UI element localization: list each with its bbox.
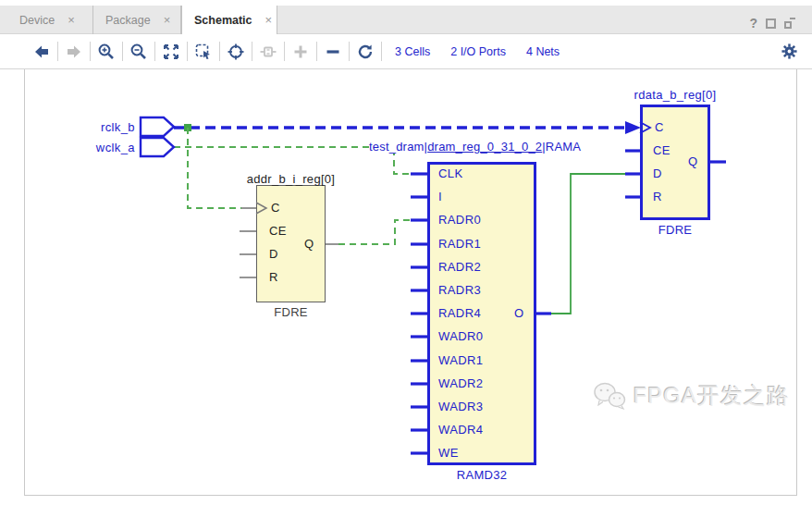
plus-icon — [291, 43, 310, 61]
pin-label[interactable]: CLK — [438, 165, 463, 183]
forward-button[interactable] — [58, 39, 90, 65]
pin-label[interactable]: WE — [438, 444, 459, 462]
maximize-icon[interactable] — [766, 18, 776, 29]
tab-schematic-close-icon[interactable]: × — [265, 14, 282, 26]
pin-label[interactable]: C — [271, 199, 280, 217]
addr-reg-instance-label[interactable]: addr_b_i_reg[0] — [228, 172, 353, 186]
settings-button[interactable] — [781, 43, 798, 64]
ram-type-label: RAMD32 — [427, 468, 536, 482]
pin-label[interactable]: WADR2 — [438, 375, 483, 393]
pin-label[interactable]: RADR2 — [438, 258, 481, 277]
zoom-in-button[interactable] — [91, 39, 122, 65]
pin-label[interactable]: Q — [688, 153, 698, 171]
zoom-selection-button[interactable] — [188, 39, 219, 65]
tab-package-close-icon[interactable]: × — [164, 14, 180, 26]
pin-label[interactable]: Q — [304, 235, 314, 253]
io-ports-link[interactable]: 2 I/O Ports — [450, 45, 506, 58]
cells-link[interactable]: 3 Cells — [395, 45, 430, 58]
zoom-selection-icon — [194, 43, 213, 61]
pin-label[interactable]: R — [269, 268, 278, 287]
watermark-text: FPGA开发之路 — [634, 381, 790, 411]
zoom-fit-button[interactable] — [155, 39, 187, 65]
pin-label[interactable]: R — [653, 188, 662, 206]
help-icon[interactable]: ? — [749, 16, 757, 31]
tab-device-label: Device — [7, 14, 68, 27]
float-window-icon[interactable] — [784, 18, 795, 29]
zoom-out-button[interactable] — [123, 39, 154, 65]
cell-addr-b-i-reg[interactable] — [256, 185, 326, 302]
zoom-out-icon — [129, 43, 148, 61]
zoom-in-icon — [97, 43, 116, 61]
cell-rdata-b-reg[interactable] — [640, 105, 710, 220]
pin-label[interactable]: D — [269, 245, 278, 264]
pin-label[interactable]: WADR0 — [438, 327, 483, 346]
watermark: FPGA开发之路 — [593, 381, 790, 411]
tab-schematic-label: Schematic — [182, 14, 265, 27]
pin-label[interactable]: RADR0 — [438, 211, 481, 229]
schematic-window: Device × Package × Schematic × ? — [0, 0, 812, 505]
schematic-stats: 3 Cells 2 I/O Ports 4 Nets — [395, 45, 560, 58]
schematic-toolbar: 3 Cells 2 I/O Ports 4 Nets — [0, 34, 812, 69]
add-cell-button[interactable] — [252, 39, 284, 65]
pin-label[interactable]: CE — [653, 142, 671, 160]
pin-label[interactable]: C — [655, 118, 664, 137]
pin-label[interactable]: WADR1 — [438, 351, 483, 370]
pin-label[interactable]: RADR4 — [438, 304, 481, 323]
addr-reg-type-label: FDRE — [256, 305, 326, 319]
wechat-logo-icon — [593, 381, 626, 411]
tab-device[interactable]: Device × — [7, 6, 93, 34]
pin-label[interactable]: WADR4 — [438, 421, 483, 439]
add-cell-icon — [259, 43, 277, 61]
refresh-icon — [356, 43, 375, 61]
pin-label[interactable]: RADR1 — [438, 235, 481, 253]
regenerate-button[interactable] — [350, 39, 381, 65]
autofit-selection-icon — [227, 43, 245, 61]
rdata-reg-instance-label[interactable]: rdata_b_reg[0] — [629, 88, 721, 102]
window-controls: ? — [749, 16, 795, 31]
pin-label[interactable]: RADR3 — [438, 281, 481, 300]
minus-icon — [324, 43, 342, 61]
tab-device-close-icon[interactable]: × — [68, 14, 84, 26]
expand-button[interactable] — [285, 39, 316, 65]
port-label-wclk-a[interactable]: wclk_a — [55, 139, 135, 157]
pin-label[interactable]: D — [653, 165, 662, 183]
pin-label[interactable]: WADR3 — [438, 398, 483, 416]
tab-package[interactable]: Package × — [93, 6, 181, 34]
ram-instance-label[interactable]: test_dram|dram_reg_0_31_0_2|RAMA — [369, 140, 581, 154]
port-label-rclk-b[interactable]: rclk_b — [55, 118, 135, 137]
gear-icon — [781, 43, 798, 60]
tab-schematic[interactable]: Schematic × — [181, 6, 277, 34]
tab-bar: Device × Package × Schematic × ? — [0, 6, 812, 34]
tab-package-label: Package — [93, 14, 164, 27]
back-arrow-icon — [35, 45, 48, 57]
pin-label[interactable]: I — [438, 188, 442, 206]
nets-link[interactable]: 4 Nets — [526, 45, 560, 58]
pin-label[interactable]: O — [514, 304, 524, 323]
forward-arrow-icon — [68, 45, 80, 57]
autofit-selection-button[interactable] — [220, 39, 252, 65]
collapse-button[interactable] — [317, 39, 349, 65]
zoom-fit-icon — [162, 43, 180, 61]
back-button[interactable] — [26, 39, 57, 65]
pin-label[interactable]: CE — [269, 222, 287, 240]
rdata-reg-type-label: FDRE — [640, 223, 710, 237]
